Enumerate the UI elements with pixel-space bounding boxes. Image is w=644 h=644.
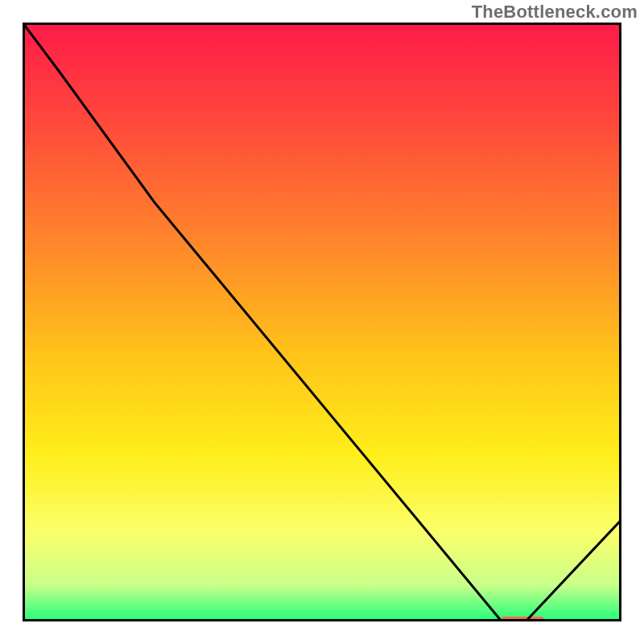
watermark-text: TheBottleneck.com — [472, 2, 638, 23]
chart-page: TheBottleneck.com — [0, 0, 644, 644]
chart-plot-area — [23, 23, 621, 621]
chart-svg — [23, 23, 621, 621]
chart-background-gradient — [23, 23, 621, 621]
